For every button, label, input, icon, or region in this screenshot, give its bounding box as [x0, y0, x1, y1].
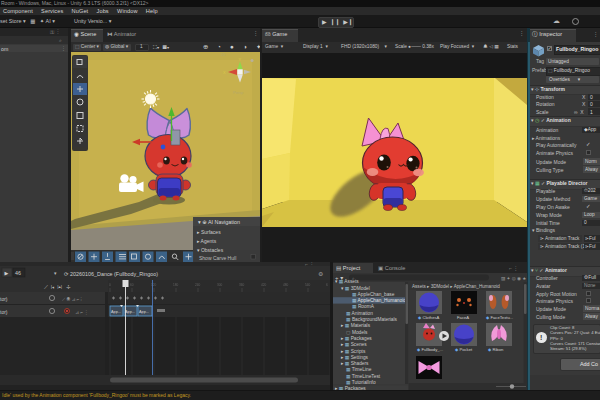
svg-text:▦ RoomA: ▦ RoomA: [352, 304, 375, 309]
svg-text:◆ Ribon: ◆ Ribon: [488, 347, 504, 352]
svg-text:▦ Animation: ▦ Animation: [346, 311, 373, 316]
svg-text:⟋ ❘◂ ❘▴❘ ✛: ⟋ ❘◂ ❘▴❘ ✛: [44, 284, 71, 290]
svg-text:▸ ▦ Scenes: ▸ ▦ Scenes: [341, 342, 367, 347]
svg-text:▤ Project: ▤ Project: [336, 265, 361, 271]
svg-text:⌐ ⋮: ⌐ ⋮: [509, 265, 518, 271]
svg-text:▸ ▦ Packages: ▸ ▦ Packages: [341, 336, 372, 341]
svg-text:540: 540: [305, 283, 311, 287]
svg-text:Show Carve Hull: Show Carve Hull: [199, 255, 236, 261]
svg-text:⟳ 20260106_Dance (Fullbody_Rin: ⟳ 20260106_Dance (Fullbody_Ringoo): [64, 271, 158, 277]
svg-text:▸ ▦ Shaders: ▸ ▦ Shaders: [341, 361, 369, 366]
svg-text:App...: App...: [139, 310, 149, 314]
svg-text:▦ AppleChan_base: ▦ AppleChan_base: [352, 292, 395, 297]
svg-text:Y: Y: [239, 57, 242, 62]
svg-text:▨ ✦ ◎ ◉ ★: ▨ ✦ ◎ ◉ ★: [501, 276, 526, 281]
svg-text:300: 300: [217, 283, 223, 287]
svg-text:◆ Pocket: ◆ Pocket: [455, 347, 473, 352]
svg-text:⊿ ⌐ ⋮: ⊿ ⌐ ⋮: [75, 310, 89, 315]
svg-text:▢ Models: ▢ Models: [346, 330, 368, 335]
svg-text:▸ Agents: ▸ Agents: [197, 238, 217, 244]
svg-text:⟋ ◉ ⊿ ⌐ ⋮: ⟋ ◉ ⊿ ⌐ ⋮: [62, 297, 82, 302]
svg-text:▦ AppleChan_Humanoid: ▦ AppleChan_Humanoid: [352, 298, 406, 303]
svg-text:▸ Surfaces: ▸ Surfaces: [197, 229, 221, 235]
svg-text:120: 120: [151, 283, 157, 287]
svg-text:Persp: Persp: [233, 90, 244, 95]
svg-text:6: 6: [326, 283, 328, 287]
svg-text:360: 360: [239, 283, 245, 287]
svg-text:Assets ▸ 3DModel ▸ AppleChan_H: Assets ▸ 3DModel ▸ AppleChan_Humanoid: [412, 284, 500, 289]
svg-text:▶: ▶: [5, 270, 9, 276]
svg-text:46: 46: [15, 270, 21, 276]
svg-text:▸ ▦ Scripts: ▸ ▦ Scripts: [341, 349, 366, 354]
svg-text:App...: App...: [125, 310, 135, 314]
svg-text:480: 480: [283, 283, 289, 287]
svg-text:▣ Console: ▣ Console: [378, 265, 405, 271]
svg-text:◆ FaceTextu...: ◆ FaceTextu...: [486, 315, 513, 320]
svg-text:▾ ▦ Assets: ▾ ▦ Assets: [335, 279, 359, 284]
svg-text:tor): tor): [0, 309, 8, 315]
svg-text:▸ ▦ Materials: ▸ ▦ Materials: [341, 323, 371, 328]
svg-text:◆ Fullbody_...: ◆ Fullbody_...: [417, 347, 443, 352]
svg-text:▦ BackgroundMaterials: ▦ BackgroundMaterials: [346, 317, 398, 322]
svg-text:▾ Obstacles: ▾ Obstacles: [197, 247, 224, 253]
svg-text:240: 240: [195, 283, 201, 287]
svg-text:420: 420: [261, 283, 267, 287]
svg-text:60: 60: [130, 283, 134, 287]
svg-text:0: 0: [109, 283, 111, 287]
svg-text:▸ ▦ Settings: ▸ ▦ Settings: [341, 355, 369, 360]
svg-text:◆ ClothesA: ◆ ClothesA: [418, 315, 440, 320]
svg-text:X: X: [223, 70, 226, 75]
svg-text:▦ TimeLineTest: ▦ TimeLineTest: [346, 374, 381, 379]
svg-text:2D: 2D: [221, 53, 226, 57]
svg-text:▾ ⊕ AI Navigation: ▾ ⊕ AI Navigation: [198, 219, 240, 225]
svg-text:App...: App...: [111, 310, 121, 314]
svg-text:FaceA: FaceA: [457, 315, 469, 320]
svg-text:tor): tor): [0, 296, 8, 302]
svg-text:⚙︎: ⚙︎: [318, 271, 323, 277]
svg-text:180: 180: [173, 283, 179, 287]
svg-text:▦ TutorialInfo: ▦ TutorialInfo: [346, 380, 376, 385]
svg-text:▦ TimeLine: ▦ TimeLine: [346, 367, 372, 372]
svg-text:▾ ▦ 3DModel: ▾ ▦ 3DModel: [341, 286, 370, 291]
